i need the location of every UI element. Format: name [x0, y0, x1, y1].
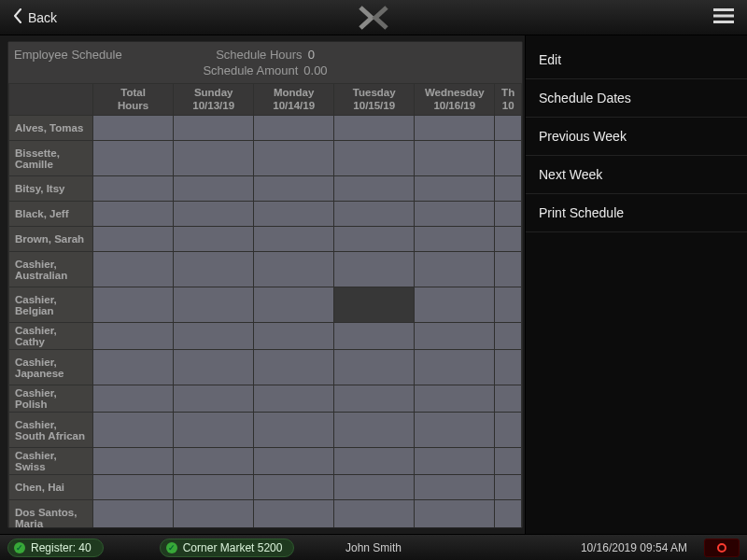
schedule-cell[interactable]	[334, 202, 415, 227]
schedule-cell[interactable]	[254, 500, 334, 528]
schedule-cell[interactable]	[334, 227, 415, 252]
schedule-cell[interactable]	[174, 413, 254, 448]
schedule-cell[interactable]	[495, 227, 522, 252]
schedule-cell[interactable]	[93, 500, 174, 528]
schedule-cell[interactable]	[415, 500, 495, 528]
schedule-cell[interactable]	[254, 448, 334, 475]
schedule-cell[interactable]	[415, 475, 495, 500]
schedule-cell[interactable]	[93, 176, 174, 202]
schedule-cell[interactable]	[93, 413, 174, 448]
schedule-cell[interactable]	[174, 448, 254, 475]
schedule-cell[interactable]	[415, 141, 495, 176]
schedule-cell[interactable]	[334, 116, 415, 141]
schedule-cell[interactable]	[93, 350, 174, 385]
menu-button[interactable]	[708, 0, 740, 35]
schedule-cell[interactable]	[334, 252, 415, 287]
schedule-cell[interactable]	[254, 176, 334, 202]
schedule-cell[interactable]	[495, 448, 522, 475]
employee-name-cell[interactable]: Cashier, Australian	[9, 252, 93, 287]
schedule-cell[interactable]	[495, 323, 522, 350]
employee-name-cell[interactable]: Cashier, Belgian	[9, 287, 93, 323]
schedule-cell[interactable]	[93, 323, 174, 350]
schedule-cell[interactable]	[174, 350, 254, 385]
schedule-cell[interactable]	[495, 385, 522, 413]
employee-name-cell[interactable]: Cashier, Swiss	[9, 448, 93, 475]
schedule-cell[interactable]	[174, 323, 254, 350]
employee-name-cell[interactable]: Black, Jeff	[9, 202, 93, 227]
schedule-cell[interactable]	[93, 141, 174, 176]
status-indicator-button[interactable]	[704, 539, 740, 557]
schedule-cell[interactable]	[495, 176, 522, 202]
schedule-cell[interactable]	[254, 202, 334, 227]
schedule-cell[interactable]	[495, 202, 522, 227]
schedule-cell[interactable]	[93, 252, 174, 287]
schedule-cell[interactable]	[93, 202, 174, 227]
schedule-cell[interactable]	[254, 385, 334, 413]
schedule-cell[interactable]	[254, 252, 334, 287]
schedule-cell[interactable]	[174, 141, 254, 176]
schedule-cell[interactable]	[254, 350, 334, 385]
schedule-cell[interactable]	[174, 202, 254, 227]
schedule-cell[interactable]	[415, 385, 495, 413]
employee-name-cell[interactable]: Cashier, Polish	[9, 385, 93, 413]
schedule-cell[interactable]	[93, 385, 174, 413]
schedule-cell[interactable]	[495, 500, 522, 528]
employee-name-cell[interactable]: Bissette, Camille	[9, 141, 93, 176]
schedule-cell[interactable]	[254, 413, 334, 448]
employee-name-cell[interactable]: Cashier, Japanese	[9, 350, 93, 385]
back-button[interactable]: Back	[0, 0, 70, 35]
schedule-cell[interactable]	[254, 227, 334, 252]
menu-item[interactable]: Next Week	[526, 156, 747, 194]
schedule-cell[interactable]	[254, 287, 334, 323]
employee-name-cell[interactable]: Dos Santos, Maria	[9, 500, 93, 528]
schedule-cell[interactable]	[415, 116, 495, 141]
schedule-cell[interactable]	[495, 252, 522, 287]
schedule-cell[interactable]	[415, 227, 495, 252]
schedule-cell[interactable]	[93, 448, 174, 475]
employee-name-cell[interactable]: Chen, Hai	[9, 475, 93, 500]
schedule-cell[interactable]	[93, 475, 174, 500]
schedule-cell[interactable]	[495, 413, 522, 448]
schedule-cell[interactable]	[495, 141, 522, 176]
schedule-cell[interactable]	[334, 385, 415, 413]
schedule-cell[interactable]	[93, 227, 174, 252]
schedule-cell[interactable]	[415, 350, 495, 385]
employee-name-cell[interactable]: Alves, Tomas	[9, 116, 93, 141]
schedule-cell[interactable]	[174, 116, 254, 141]
menu-item[interactable]: Schedule Dates	[526, 79, 747, 118]
schedule-cell[interactable]	[254, 475, 334, 500]
register-pill[interactable]: ✓ Register: 40	[7, 539, 104, 557]
schedule-cell[interactable]	[334, 448, 415, 475]
schedule-cell[interactable]	[334, 323, 415, 350]
schedule-cell[interactable]	[174, 475, 254, 500]
schedule-cell[interactable]	[254, 116, 334, 141]
schedule-cell[interactable]	[174, 385, 254, 413]
schedule-cell[interactable]	[93, 116, 174, 141]
schedule-cell[interactable]	[334, 350, 415, 385]
schedule-cell[interactable]	[254, 141, 334, 176]
schedule-cell[interactable]	[495, 475, 522, 500]
employee-name-cell[interactable]: Bitsy, Itsy	[9, 176, 93, 202]
menu-item[interactable]: Edit	[526, 41, 747, 79]
schedule-cell[interactable]	[174, 227, 254, 252]
store-pill[interactable]: ✓ Corner Market 5200	[160, 539, 295, 557]
schedule-cell[interactable]	[334, 287, 415, 323]
schedule-cell[interactable]	[334, 500, 415, 528]
schedule-cell[interactable]	[415, 202, 495, 227]
schedule-cell[interactable]	[254, 323, 334, 350]
employee-name-cell[interactable]: Cashier, South African	[9, 413, 93, 448]
employee-name-cell[interactable]: Cashier, Cathy	[9, 323, 93, 350]
schedule-cell[interactable]	[415, 323, 495, 350]
menu-item[interactable]: Print Schedule	[526, 194, 747, 232]
schedule-cell[interactable]	[334, 475, 415, 500]
schedule-cell[interactable]	[495, 287, 522, 323]
schedule-cell[interactable]	[334, 176, 415, 202]
schedule-cell[interactable]	[174, 252, 254, 287]
schedule-cell[interactable]	[174, 500, 254, 528]
menu-item[interactable]: Previous Week	[526, 118, 747, 156]
employee-name-cell[interactable]: Brown, Sarah	[9, 227, 93, 252]
schedule-cell[interactable]	[174, 287, 254, 323]
schedule-cell[interactable]	[415, 176, 495, 202]
schedule-cell[interactable]	[334, 413, 415, 448]
schedule-cell[interactable]	[415, 252, 495, 287]
